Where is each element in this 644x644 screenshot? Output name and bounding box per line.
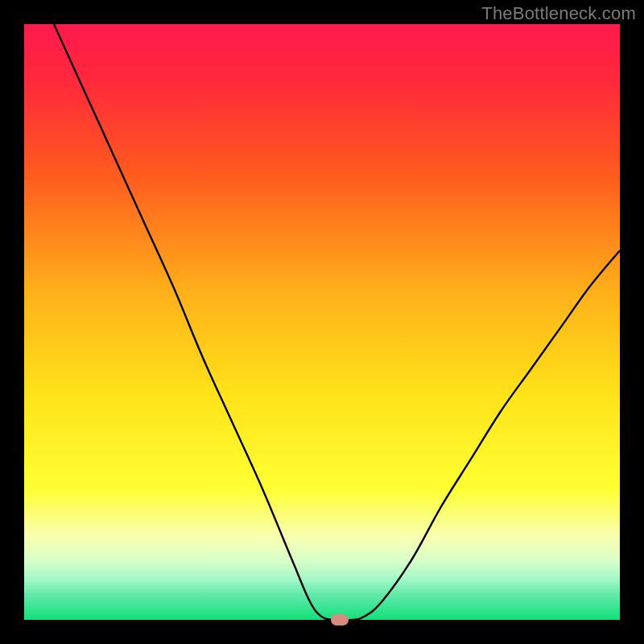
watermark-text: TheBottleneck.com — [481, 3, 636, 24]
chart-frame: TheBottleneck.com — [0, 0, 644, 644]
plot-svg — [24, 24, 620, 620]
optimum-marker — [331, 614, 349, 625]
plot-area — [24, 24, 620, 620]
gradient-background — [24, 24, 620, 620]
